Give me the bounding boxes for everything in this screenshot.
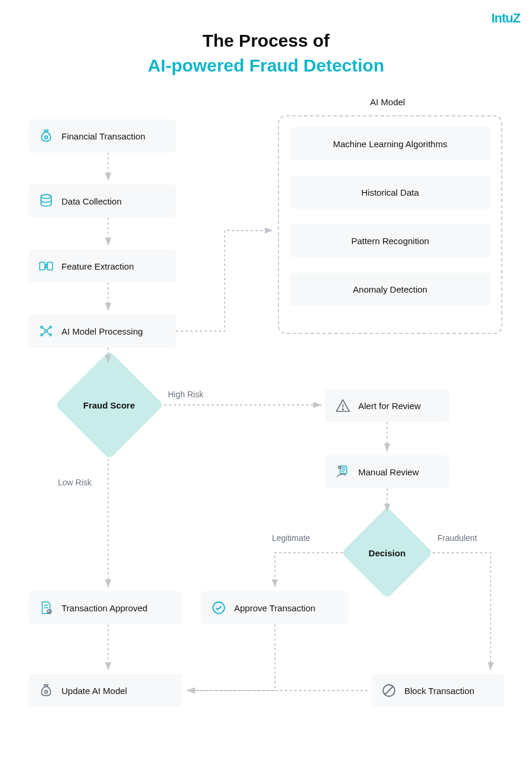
node-label: Update AI Model (61, 686, 127, 696)
node-label: AI Model Processing (61, 326, 143, 336)
node-fraud-score: Fraud Score (55, 351, 164, 459)
node-ai-model-processing: AI Model Processing (28, 315, 176, 348)
edge-label-low-risk: Low Risk (58, 478, 92, 487)
money-bag-icon (38, 128, 54, 144)
node-ml-algorithms: Machine Learning Algorithms (290, 127, 491, 160)
node-historical-data: Historical Data (290, 176, 491, 209)
node-label: Anomaly Detection (353, 284, 427, 294)
check-circle-icon (210, 599, 227, 616)
warning-icon (335, 397, 351, 414)
ai-model-group: Machine Learning Algorithms Historical D… (278, 115, 502, 334)
node-decision: Decision (341, 507, 433, 599)
node-block-transaction: Block Transaction (371, 674, 504, 707)
node-label: Data Collection (61, 196, 122, 206)
node-pattern-recognition: Pattern Recognition (290, 224, 491, 257)
extract-icon (38, 258, 54, 274)
node-label: Machine Learning Algorithms (333, 139, 447, 149)
node-anomaly-detection: Anomaly Detection (290, 273, 491, 306)
svg-point-9 (342, 409, 343, 410)
node-label: Decision (369, 548, 406, 558)
document-check-icon (38, 599, 54, 616)
svg-point-1 (41, 195, 51, 199)
svg-rect-2 (40, 262, 45, 270)
edge-label-fraudulent: Fraudulent (437, 533, 477, 543)
node-label: Feature Extraction (61, 261, 134, 271)
node-financial-transaction: Financial Transaction (28, 119, 176, 153)
node-label: Approve Transaction (234, 603, 316, 613)
node-update-ai-model: Update AI Model (28, 674, 182, 707)
node-label: Pattern Recognition (351, 236, 429, 246)
node-label: Fraud Score (83, 400, 135, 410)
brand-logo: IntuZ (491, 11, 520, 26)
svg-point-8 (50, 334, 51, 336)
node-transaction-approved: Transaction Approved (28, 591, 182, 624)
node-feature-extraction: Feature Extraction (28, 249, 176, 283)
svg-point-11 (338, 466, 340, 468)
money-bag-icon (38, 682, 54, 699)
node-label: Alert for Review (358, 401, 421, 411)
network-icon (38, 323, 54, 339)
ai-model-group-title: AI Model (370, 97, 405, 107)
node-label: Financial Transaction (61, 131, 145, 141)
edge-label-high-risk: High Risk (168, 390, 203, 399)
svg-point-0 (45, 136, 48, 139)
svg-point-4 (41, 326, 43, 328)
node-label: Manual Review (358, 467, 419, 477)
node-label: Block Transaction (404, 686, 474, 696)
page-title-line2: AI-powered Fraud Detection (0, 56, 532, 76)
svg-point-13 (213, 602, 225, 614)
hand-document-icon (335, 463, 351, 480)
page-title-line1: The Process of (0, 31, 532, 51)
node-alert-for-review: Alert for Review (325, 389, 449, 422)
block-icon (381, 682, 397, 699)
svg-rect-3 (47, 262, 53, 270)
node-approve-transaction: Approve Transaction (201, 591, 349, 624)
node-manual-review: Manual Review (325, 455, 449, 488)
database-icon (38, 193, 54, 209)
node-data-collection: Data Collection (28, 184, 176, 218)
node-label: Historical Data (361, 187, 419, 197)
svg-point-7 (50, 326, 51, 328)
edge-label-legitimate: Legitimate (272, 533, 310, 543)
node-label: Transaction Approved (61, 603, 147, 613)
svg-point-14 (45, 691, 48, 693)
svg-point-5 (41, 334, 43, 336)
